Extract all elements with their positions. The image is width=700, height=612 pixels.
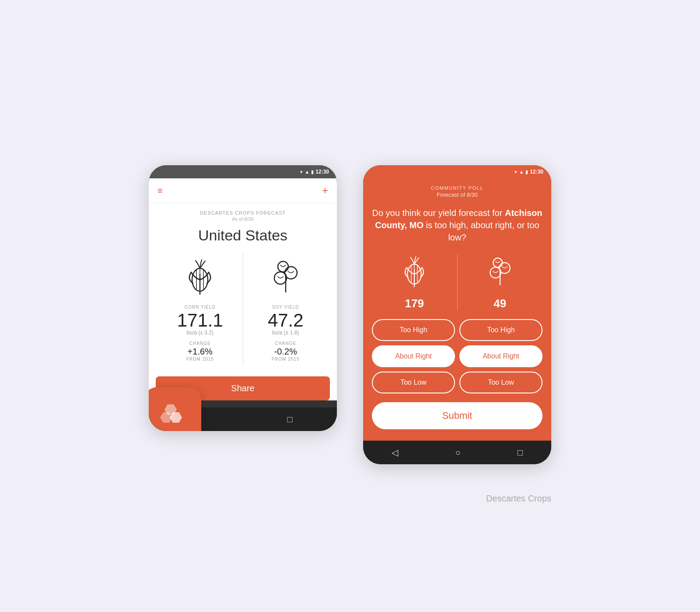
- right-phone: ▾ ▲ ▮ 12:30 COMMUNITY POLL Forecast of 8…: [363, 165, 551, 464]
- corn-change-from: FROM 2015: [164, 357, 236, 362]
- left-status-time: 12:30: [315, 169, 329, 175]
- poll-crops-row: 179 49: [372, 254, 542, 310]
- forecast-subtitle: As of 8/30: [158, 216, 328, 222]
- wifi-icon: ▾: [300, 169, 303, 175]
- corn-col: CORN YIELD 171.1 bu/a (± 3.2) CHANGE +1.…: [158, 253, 243, 366]
- soy-change-value: -0.2%: [250, 347, 322, 357]
- soy-too-high-button[interactable]: Too High: [459, 319, 542, 341]
- home-nav-icon-right[interactable]: ○: [455, 448, 460, 458]
- forecast-content: DESCARTES CROPS FORECAST As of 8/30 Unit…: [149, 203, 337, 376]
- left-status-icons: ▾ ▲ ▮ 12:30: [300, 169, 329, 175]
- back-nav-icon[interactable]: ◁: [392, 447, 398, 458]
- poll-header-label: COMMUNITY POLL: [372, 185, 542, 191]
- soy-too-low-button[interactable]: Too Low: [459, 372, 542, 393]
- left-phone-body: ≡ + DESCARTES CROPS FORECAST As of 8/30 …: [149, 178, 337, 400]
- right-status-icons: ▾ ▲ ▮ 12:30: [514, 169, 543, 175]
- corn-unit: bu/a (± 3.2): [164, 330, 236, 336]
- poll-corn-col: 179: [372, 254, 458, 310]
- poll-body: COMMUNITY POLL Forecast of 8/30 Do you t…: [363, 178, 551, 441]
- soy-type-label: SOY YIELD: [250, 305, 322, 309]
- corn-icon: [164, 257, 236, 301]
- soy-icon: [250, 257, 322, 301]
- corn-type-label: CORN YIELD: [164, 305, 236, 309]
- scene: ▾ ▲ ▮ 12:30 ≡ + DESCARTES CROPS FORECAST…: [149, 165, 551, 464]
- poll-corn-icon: [376, 254, 453, 293]
- left-status-bar: ▾ ▲ ▮ 12:30: [149, 165, 337, 178]
- menu-icon[interactable]: ≡: [158, 186, 163, 196]
- square-nav-icon-right[interactable]: □: [518, 448, 523, 458]
- soy-change-label: CHANGE: [250, 341, 322, 346]
- poll-soy-num: 49: [462, 297, 539, 310]
- soy-change-from: FROM 2015: [250, 357, 322, 362]
- wifi-icon-right: ▾: [514, 169, 517, 175]
- left-phone: ▾ ▲ ▮ 12:30 ≡ + DESCARTES CROPS FORECAST…: [149, 165, 337, 431]
- right-status-bar: ▾ ▲ ▮ 12:30: [363, 165, 551, 178]
- submit-button[interactable]: Submit: [372, 402, 542, 429]
- soy-value: 47.2: [250, 311, 322, 330]
- poll-date: Forecast of 8/30: [372, 191, 542, 198]
- poll-soy-col: 49: [458, 254, 543, 310]
- signal-icon-right: ▲: [519, 169, 524, 174]
- poll-question-prefix: Do you think our yield forecast for: [372, 208, 504, 218]
- battery-icon: ▮: [311, 169, 314, 175]
- right-nav-bar: ◁ ○ □: [363, 441, 551, 464]
- square-nav-icon[interactable]: □: [287, 414, 292, 424]
- forecast-header: ≡ +: [149, 178, 337, 203]
- poll-question: Do you think our yield forecast for Atch…: [372, 207, 542, 243]
- corn-change-label: CHANGE: [164, 341, 236, 346]
- soy-col: SOY YIELD 47.2 bu/a (± 1.8) CHANGE -0.2%…: [243, 253, 329, 366]
- corn-change-value: +1.6%: [164, 347, 236, 357]
- right-status-time: 12:30: [530, 169, 543, 175]
- crop-row: CORN YIELD 171.1 bu/a (± 3.2) CHANGE +1.…: [158, 253, 328, 366]
- brand-label: Descartes Crops: [486, 494, 551, 504]
- corn-about-right-button[interactable]: About Right: [372, 345, 455, 367]
- add-icon[interactable]: +: [322, 184, 328, 197]
- poll-corn-num: 179: [376, 297, 453, 310]
- poll-question-suffix: is too high, about right, or too low?: [424, 220, 539, 242]
- battery-icon-right: ▮: [525, 169, 528, 175]
- signal-icon: ▲: [304, 169, 309, 174]
- corn-value: 171.1: [164, 311, 236, 330]
- soy-about-right-button[interactable]: About Right: [459, 345, 542, 367]
- forecast-region: United States: [158, 227, 328, 244]
- corn-too-low-button[interactable]: Too Low: [372, 372, 455, 393]
- poll-soy-icon: [462, 254, 539, 293]
- forecast-title: DESCARTES CROPS FORECAST: [158, 210, 328, 216]
- corn-too-high-button[interactable]: Too High: [372, 319, 455, 341]
- app-icon[interactable]: [149, 387, 201, 431]
- soy-unit: bu/a (± 1.8): [250, 330, 322, 336]
- poll-buttons-grid: Too High Too High About Right About Righ…: [372, 319, 542, 393]
